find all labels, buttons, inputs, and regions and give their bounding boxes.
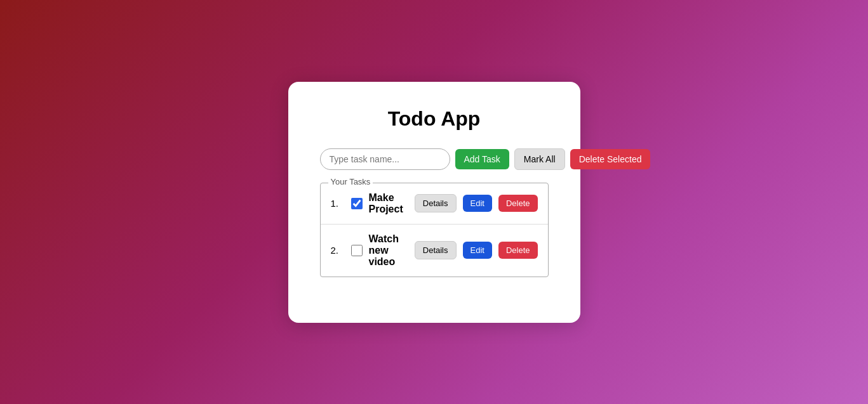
task-number-2: 2. <box>331 245 345 256</box>
task-number-1: 1. <box>331 198 345 209</box>
task-input[interactable] <box>320 148 450 170</box>
task-row: 1. Make Project Details Edit Delete <box>321 183 548 224</box>
task-name-1: Make Project <box>369 192 408 215</box>
task-checkbox-1[interactable] <box>351 198 363 209</box>
task-details-button-2[interactable]: Details <box>415 241 457 259</box>
todo-card: Todo App Add Task Mark All Delete Select… <box>288 82 580 323</box>
task-name-2: Watch new video <box>369 233 408 268</box>
delete-selected-button[interactable]: Delete Selected <box>570 149 651 169</box>
task-list-container: Your Tasks 1. Make Project Details Edit … <box>320 183 549 277</box>
task-details-button-1[interactable]: Details <box>415 194 457 212</box>
task-delete-button-1[interactable]: Delete <box>498 195 538 212</box>
task-edit-button-1[interactable]: Edit <box>463 195 492 212</box>
app-title: Todo App <box>320 107 549 131</box>
add-task-button[interactable]: Add Task <box>455 149 509 169</box>
task-checkbox-2[interactable] <box>351 245 363 256</box>
task-edit-button-2[interactable]: Edit <box>463 242 492 259</box>
task-list-legend: Your Tasks <box>328 177 373 186</box>
task-row: 2. Watch new video Details Edit Delete <box>321 224 548 277</box>
toolbar: Add Task Mark All Delete Selected <box>320 148 549 170</box>
mark-all-button[interactable]: Mark All <box>514 148 565 170</box>
task-delete-button-2[interactable]: Delete <box>498 242 538 259</box>
